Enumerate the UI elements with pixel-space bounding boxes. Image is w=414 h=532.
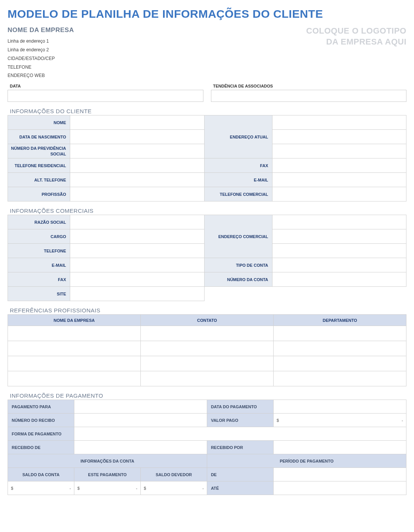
refs-cell[interactable] (141, 341, 274, 356)
biz-addr-input-3[interactable] (272, 244, 406, 258)
method-label: FORMA DE PAGAMENTO (8, 427, 74, 441)
refs-cell[interactable] (141, 371, 274, 386)
logo-line1: COLOQUE O LOGOTIPO (306, 26, 406, 37)
meta-row: DATA TENDÊNCIA DE ASSOCIADOS (8, 83, 406, 102)
company-web: ENDEREÇO WEB (8, 71, 74, 80)
company-block: NOME DA EMPRESA Linha de endereço 1 Linh… (8, 24, 74, 80)
biz-accttype-label: TIPO DE CONTA (204, 258, 272, 272)
refs-table: NOME DA EMPRESA CONTATO DEPARTAMENTO (8, 314, 406, 386)
client-dob-input[interactable] (70, 130, 205, 144)
refs-cell[interactable] (274, 341, 406, 356)
assoc-label: TENDÊNCIA DE ASSOCIADOS (211, 83, 407, 90)
section-business-title: INFORMAÇÕES COMERCIAIS (10, 208, 406, 214)
method-input[interactable] (74, 427, 406, 441)
assoc-input[interactable] (211, 90, 407, 102)
currency-symbol: $ (144, 486, 146, 490)
refs-cell[interactable] (274, 356, 406, 371)
biz-phone-input[interactable] (70, 244, 205, 258)
pay-date-input[interactable] (273, 400, 406, 414)
refs-cell[interactable] (8, 356, 141, 371)
client-ssn-input[interactable] (70, 144, 205, 158)
pay-to-input[interactable] (74, 400, 207, 414)
period-from-input[interactable] (273, 468, 406, 481)
biz-fax-input[interactable] (70, 272, 205, 287)
pay-to-label: PAGAMENTO PARA (8, 400, 74, 414)
value-dash: - (136, 486, 137, 490)
date-input[interactable] (8, 90, 203, 102)
pay-period-header: PERÍODO DE PAGAMENTO (207, 454, 406, 468)
client-name-input[interactable] (70, 115, 205, 130)
balance-due-input[interactable]: $- (140, 481, 207, 495)
received-from-label: RECEBIDO DE (8, 441, 74, 454)
client-altphone-input[interactable] (70, 173, 205, 187)
received-by-label: RECEBIDO POR (207, 441, 273, 454)
biz-fax-label: FAX (8, 272, 70, 287)
amount-paid-label: VALOR PAGO (207, 414, 273, 427)
client-table: NOME ENDEREÇO ATUAL DATA DE NASCIMENTO N… (8, 115, 406, 201)
period-to-label: ATÉ (207, 481, 273, 495)
refs-col-dept: DEPARTAMENTO (274, 315, 406, 326)
period-from-label: DE (207, 468, 273, 481)
refs-cell[interactable] (274, 326, 406, 341)
section-payment-title: INFORMAÇÕES DE PAGAMENTO (10, 392, 406, 399)
client-addr-input-2[interactable] (272, 130, 406, 144)
biz-site-input[interactable] (70, 287, 205, 301)
currency-symbol: $ (277, 418, 279, 423)
amount-paid-input[interactable]: $- (273, 414, 406, 427)
logo-placeholder: COLOQUE O LOGOTIPO DA EMPRESA AQUI (306, 24, 406, 47)
client-name-label: NOME (8, 115, 70, 130)
refs-cell[interactable] (274, 371, 406, 386)
receipt-no-input[interactable] (74, 414, 207, 427)
client-altphone-label: ALT. TELEFONE (8, 173, 70, 187)
refs-cell[interactable] (141, 326, 274, 341)
acct-balance-label: SALDO DA CONTA (8, 468, 74, 481)
logo-line2: DA EMPRESA AQUI (306, 37, 406, 48)
biz-addr-input-2[interactable] (272, 229, 406, 244)
client-dob-label: DATA DE NASCIMENTO (8, 130, 70, 144)
this-payment-label: ESTE PAGAMENTO (74, 468, 140, 481)
client-workphone-input[interactable] (272, 187, 406, 201)
client-email-label: E-MAIL (204, 173, 272, 187)
page-title: MODELO DE PLANILHA DE INFORMAÇÕES DO CLI… (8, 8, 406, 20)
acct-balance-input[interactable]: $- (8, 481, 74, 495)
date-label: DATA (8, 83, 203, 90)
client-ssn-label: NÚMERO DA PREVIDÊNCIA SOCIAL (8, 144, 70, 158)
client-fax-input[interactable] (272, 158, 406, 173)
section-refs-title: REFERÊNCIAS PROFISSIONAIS (10, 307, 406, 314)
value-dash: - (202, 486, 204, 490)
section-client-title: INFORMAÇÕES DO CLIENTE (10, 108, 406, 114)
biz-acctnum-input[interactable] (272, 272, 406, 287)
value-dash: - (402, 418, 403, 423)
client-email-input[interactable] (272, 173, 406, 187)
client-profession-input[interactable] (70, 187, 205, 201)
client-workphone-label: TELEFONE COMERCIAL (204, 187, 272, 201)
refs-cell[interactable] (8, 326, 141, 341)
pay-date-label: DATA DO PAGAMENTO (207, 400, 273, 414)
refs-cell[interactable] (8, 341, 141, 356)
biz-addr-input-1[interactable] (272, 215, 406, 229)
biz-name-label: RAZÃO SOCIAL (8, 215, 70, 229)
biz-role-input[interactable] (70, 229, 205, 244)
client-homephone-label: TELEFONE RESIDENCIAL (8, 158, 70, 173)
acct-info-header: INFORMAÇÕES DA CONTA (8, 454, 207, 468)
this-payment-input[interactable]: $- (74, 481, 140, 495)
received-from-input[interactable] (74, 441, 207, 454)
currency-symbol: $ (77, 486, 80, 490)
value-dash: - (69, 486, 71, 490)
refs-col-contact: CONTATO (141, 315, 274, 326)
company-phone: TELEFONE (8, 63, 74, 72)
client-homephone-input[interactable] (70, 158, 205, 173)
biz-acctnum-label: NÚMERO DA CONTA (204, 272, 272, 287)
biz-accttype-input[interactable] (272, 258, 406, 272)
client-addr-input-1[interactable] (272, 115, 406, 130)
refs-cell[interactable] (141, 356, 274, 371)
refs-cell[interactable] (8, 371, 141, 386)
received-by-input[interactable] (273, 441, 406, 454)
period-to-input[interactable] (273, 481, 406, 495)
biz-name-input[interactable] (70, 215, 205, 229)
business-table: RAZÃO SOCIAL ENDEREÇO COMERCIAL CARGO TE… (8, 215, 406, 301)
biz-email-input[interactable] (70, 258, 205, 272)
client-addr-input-3[interactable] (272, 144, 406, 158)
payment-table: PAGAMENTO PARA DATA DO PAGAMENTO NÚMERO … (8, 400, 406, 495)
biz-role-label: CARGO (8, 229, 70, 244)
